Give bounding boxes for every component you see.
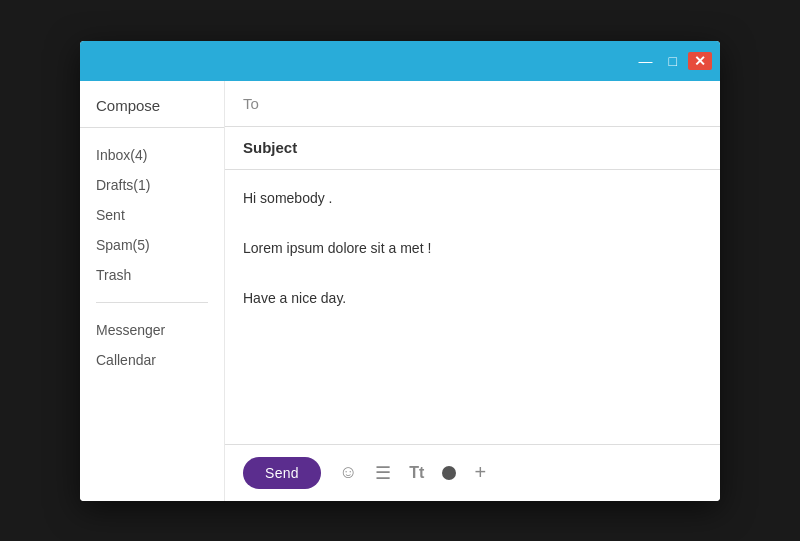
sidebar-item-drafts[interactable]: Drafts(1) (96, 170, 208, 200)
compose-subject-row (225, 127, 720, 170)
emoji-icon[interactable]: ☺ (339, 462, 357, 483)
compose-link[interactable]: Compose (96, 97, 160, 114)
app-body: Compose Inbox(4) Drafts(1) Sent Spam(5) … (80, 81, 720, 501)
minimize-button[interactable]: — (634, 52, 658, 70)
font-icon[interactable]: Tt (409, 464, 424, 482)
compose-body: Hi somebody . Lorem ipsum dolore sit a m… (225, 170, 720, 444)
email-window: — □ ✕ Compose Inbox(4) Drafts(1) Sent Sp… (80, 41, 720, 501)
compose-area: To Hi somebody . Lorem ipsum dolore sit … (225, 81, 720, 501)
sidebar-section: Messenger Callendar (80, 315, 224, 375)
sidebar-item-callendar[interactable]: Callendar (96, 345, 208, 375)
add-icon[interactable]: + (474, 461, 486, 484)
maximize-button[interactable]: □ (664, 52, 682, 70)
compose-to-row: To (225, 81, 720, 127)
titlebar-controls: — □ ✕ (634, 52, 712, 70)
send-button[interactable]: Send (243, 457, 321, 489)
sidebar-divider (96, 302, 208, 303)
body-textarea[interactable]: Hi somebody . Lorem ipsum dolore sit a m… (243, 186, 702, 428)
subject-input[interactable] (243, 139, 702, 156)
circle-icon[interactable] (442, 466, 456, 480)
titlebar: — □ ✕ (80, 41, 720, 81)
to-input[interactable] (267, 95, 702, 112)
sidebar-compose-section: Compose (80, 97, 224, 128)
sidebar-item-messenger[interactable]: Messenger (96, 315, 208, 345)
sidebar-item-trash[interactable]: Trash (96, 260, 208, 290)
sidebar-item-inbox[interactable]: Inbox(4) (96, 140, 208, 170)
sidebar: Compose Inbox(4) Drafts(1) Sent Spam(5) … (80, 81, 225, 501)
sidebar-item-sent[interactable]: Sent (96, 200, 208, 230)
to-label: To (243, 95, 259, 112)
sidebar-item-spam[interactable]: Spam(5) (96, 230, 208, 260)
sidebar-nav: Inbox(4) Drafts(1) Sent Spam(5) Trash (80, 140, 224, 290)
align-icon[interactable]: ☰ (375, 462, 391, 484)
compose-toolbar: Send ☺ ☰ Tt + (225, 444, 720, 501)
close-button[interactable]: ✕ (688, 52, 712, 70)
